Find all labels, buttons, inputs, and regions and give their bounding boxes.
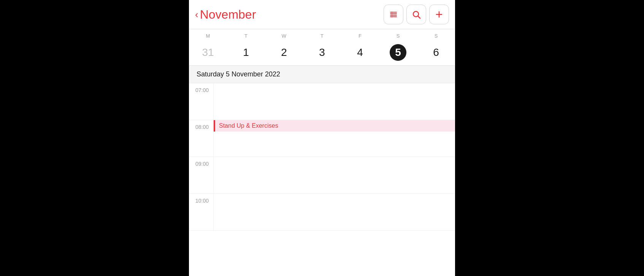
time-label: 07:00 [189, 83, 213, 120]
time-content [213, 83, 455, 120]
svg-point-6 [392, 15, 393, 16]
add-event-button[interactable] [429, 5, 449, 24]
header-left: ‹ November [195, 8, 384, 22]
date-today[interactable]: 5 [390, 44, 406, 61]
add-icon [435, 10, 444, 19]
time-content [213, 157, 455, 194]
date-cell[interactable]: 4 [341, 43, 379, 62]
time-slot: 08:00Stand Up & Exercises [189, 120, 455, 157]
time-slot: 07:00 [189, 83, 455, 120]
date-number[interactable]: 31 [200, 44, 216, 61]
svg-line-9 [418, 16, 420, 19]
weekday-label: W [265, 32, 303, 40]
selected-date-bar: Saturday 5 November 2022 [189, 66, 455, 83]
back-button[interactable]: ‹ [195, 10, 198, 19]
weekday-label: T [303, 32, 341, 40]
svg-point-7 [392, 16, 393, 17]
time-slot: 09:00 [189, 157, 455, 194]
search-icon [412, 10, 421, 19]
weekday-label: T [227, 32, 265, 40]
time-slot: 10:00 [189, 194, 455, 231]
calendar-container: ‹ November [189, 0, 455, 276]
date-number[interactable]: 4 [352, 44, 368, 61]
svg-point-5 [392, 13, 393, 14]
svg-point-4 [392, 12, 393, 13]
date-cell[interactable]: 5 [379, 43, 417, 62]
date-number[interactable]: 1 [238, 44, 254, 61]
list-icon [389, 10, 398, 19]
time-label: 08:00 [189, 120, 213, 157]
dates-row: 31123456 [189, 41, 455, 66]
weekdays-row: MTWTFSS [189, 29, 455, 41]
list-view-button[interactable] [384, 5, 403, 24]
date-cell[interactable]: 1 [227, 43, 265, 62]
month-title[interactable]: November [200, 8, 256, 22]
date-number[interactable]: 3 [314, 44, 330, 61]
schedule-area: 07:0008:00Stand Up & Exercises09:0010:00 [189, 83, 455, 276]
date-number[interactable]: 6 [428, 44, 444, 61]
weekday-label: S [379, 32, 417, 40]
weekday-label: M [189, 32, 227, 40]
weekday-label: S [417, 32, 455, 40]
time-content [213, 194, 455, 230]
time-label: 09:00 [189, 157, 213, 194]
weekday-label: F [341, 32, 379, 40]
date-number[interactable]: 2 [276, 44, 292, 61]
header: ‹ November [189, 0, 455, 29]
search-button[interactable] [406, 5, 426, 24]
header-actions [384, 5, 449, 24]
date-cell[interactable]: 2 [265, 43, 303, 62]
time-content: Stand Up & Exercises [213, 120, 455, 157]
date-cell[interactable]: 31 [189, 43, 227, 62]
time-label: 10:00 [189, 194, 213, 230]
date-cell[interactable]: 3 [303, 43, 341, 62]
event-block[interactable]: Stand Up & Exercises [214, 120, 455, 132]
date-cell[interactable]: 6 [417, 43, 455, 62]
